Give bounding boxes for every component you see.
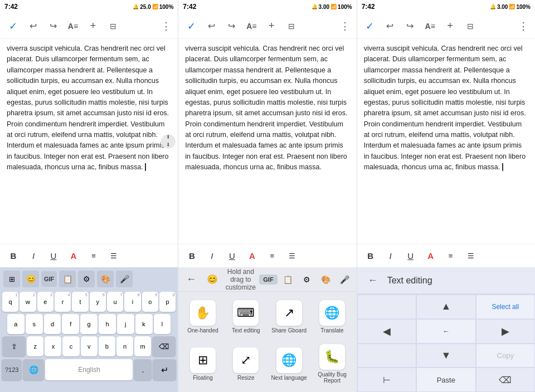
key-backspace[interactable]: ⌫ [152, 336, 176, 356]
key-enter[interactable]: ↵ [153, 359, 176, 380]
list-btn-1[interactable]: ☰ [105, 247, 123, 265]
copy-btn[interactable]: Copy [476, 344, 534, 367]
cust-theme-btn[interactable]: 🎨 [318, 271, 334, 288]
edit-back-btn[interactable]: ← [363, 271, 383, 291]
key-k[interactable]: k [135, 314, 153, 334]
cust-item-next-lang[interactable]: 🌐 Next language [268, 340, 310, 389]
list-btn-2[interactable]: ☰ [283, 247, 301, 265]
text-area-1[interactable]: viverra suscipit vehicula. Cras hendreri… [0, 39, 178, 244]
format-button-3[interactable]: A≡ [421, 17, 440, 36]
arrow-up-btn[interactable]: ▲ [417, 295, 475, 318]
italic-btn-2[interactable]: I [203, 247, 221, 265]
key-a[interactable]: a [7, 314, 25, 334]
align-btn-3[interactable]: ≡ [442, 247, 460, 265]
key-s[interactable]: s [26, 314, 43, 334]
select-all-btn[interactable]: Select all [476, 295, 534, 318]
kb-emoji-btn[interactable]: 😊 [22, 271, 39, 287]
undo-button-1[interactable]: ↩ [23, 17, 42, 36]
more-button-2[interactable]: ⋮ [337, 17, 353, 36]
key-x[interactable]: x [45, 336, 61, 356]
key-p[interactable]: p0 [159, 292, 176, 312]
cust-item-floating[interactable]: ⊞ Floating [182, 340, 223, 389]
add-button-2[interactable]: + [262, 17, 281, 36]
key-i[interactable]: i8 [124, 292, 140, 312]
redo-button-2[interactable]: ↪ [222, 17, 241, 36]
key-h[interactable]: h [99, 314, 116, 334]
add-button-3[interactable]: + [441, 17, 460, 36]
cust-mic-btn[interactable]: 🎤 [337, 271, 353, 288]
format-button-2[interactable]: A≡ [242, 17, 261, 36]
check-button-1[interactable]: ✓ [3, 17, 22, 36]
bold-btn-2[interactable]: B [183, 247, 201, 265]
key-r[interactable]: r4 [55, 292, 71, 312]
underline-btn-1[interactable]: U [45, 247, 62, 265]
arrow-left-btn[interactable]: ◀ [358, 320, 416, 343]
key-t[interactable]: t5 [72, 292, 88, 312]
cust-item-resize[interactable]: ⤢ Resize [225, 340, 267, 389]
kb-theme-btn[interactable]: 🎨 [97, 271, 114, 287]
key-u[interactable]: u7 [107, 292, 123, 312]
add-button-1[interactable]: + [84, 17, 103, 36]
cust-item-one-handed[interactable]: ✋ One-handed [182, 295, 223, 339]
underline-btn-3[interactable]: U [402, 247, 420, 265]
color-btn-2[interactable]: A [243, 247, 261, 265]
underline-btn-2[interactable]: U [223, 247, 241, 265]
bold-btn-1[interactable]: B [4, 247, 22, 265]
cust-item-share[interactable]: ↗ Share Gboard [268, 295, 310, 339]
more-button-1[interactable]: ⋮ [158, 17, 174, 36]
view-button-3[interactable]: ⊟ [461, 17, 480, 36]
redo-button-3[interactable]: ↪ [401, 17, 420, 36]
key-l[interactable]: l [154, 314, 171, 334]
key-v[interactable]: v [81, 336, 98, 356]
cust-item-text-editing[interactable]: ⌨ Text editing [225, 295, 267, 339]
select-btn[interactable]: ← [417, 320, 475, 343]
italic-btn-1[interactable]: I [25, 247, 42, 265]
check-button-2[interactable]: ✓ [182, 17, 201, 36]
key-g[interactable]: g [80, 314, 98, 334]
arrow-right-btn[interactable]: ▶ [476, 320, 534, 343]
key-m[interactable]: m [134, 336, 151, 356]
arrow-down-btn[interactable]: ▼ [417, 344, 475, 367]
delete-btn[interactable]: ⌫ [476, 368, 534, 391]
list-btn-3[interactable]: ☰ [462, 247, 480, 265]
color-btn-3[interactable]: A [422, 247, 440, 265]
cust-back-btn[interactable]: ← [182, 270, 201, 289]
home-btn[interactable]: ⊢ [358, 368, 416, 391]
key-q[interactable]: q1 [2, 292, 18, 312]
key-d[interactable]: d [44, 314, 61, 334]
key-space[interactable]: English [45, 359, 133, 380]
text-area-2[interactable]: viverra suscipit vehicula. Cras hendreri… [178, 39, 356, 244]
cust-item-translate[interactable]: 🌐 Translate [311, 295, 353, 339]
kb-grid-btn[interactable]: ⊞ [3, 271, 20, 287]
redo-button-1[interactable]: ↪ [43, 17, 62, 36]
key-shift[interactable]: ⇧ [2, 336, 26, 356]
key-num[interactable]: ?123 [2, 359, 22, 380]
check-button-3[interactable]: ✓ [361, 17, 380, 36]
view-button-1[interactable]: ⊟ [104, 17, 123, 36]
kb-clipboard-btn[interactable]: 📋 [59, 271, 76, 287]
key-globe[interactable]: 🌐 [23, 359, 44, 380]
kb-gif-btn[interactable]: GIF [41, 271, 57, 287]
key-n[interactable]: n [116, 336, 133, 356]
key-period[interactable]: . [134, 359, 152, 380]
key-z[interactable]: z [27, 336, 43, 356]
undo-button-3[interactable]: ↩ [381, 17, 400, 36]
align-btn-2[interactable]: ≡ [263, 247, 281, 265]
more-button-3[interactable]: ⋮ [515, 17, 532, 36]
bold-btn-3[interactable]: B [362, 247, 380, 265]
key-e[interactable]: e3 [37, 292, 54, 312]
key-y[interactable]: y6 [90, 292, 106, 312]
color-btn-1[interactable]: A [65, 247, 82, 265]
scroll-btn-1[interactable]: ⬆⬇ [161, 134, 176, 149]
undo-button-2[interactable]: ↩ [202, 17, 221, 36]
text-area-3[interactable]: viverra suscipit vehicula. Cras hendreri… [357, 39, 535, 244]
key-f[interactable]: f [62, 314, 79, 334]
kb-mic-btn[interactable]: 🎤 [116, 271, 133, 287]
key-b[interactable]: b [99, 336, 115, 356]
key-j[interactable]: j [117, 314, 134, 334]
key-o[interactable]: o9 [142, 292, 158, 312]
key-w[interactable]: w2 [20, 292, 36, 312]
cust-clipboard-btn[interactable]: 📋 [280, 271, 296, 288]
align-btn-1[interactable]: ≡ [85, 247, 103, 265]
paste-btn[interactable]: Paste [417, 368, 475, 391]
